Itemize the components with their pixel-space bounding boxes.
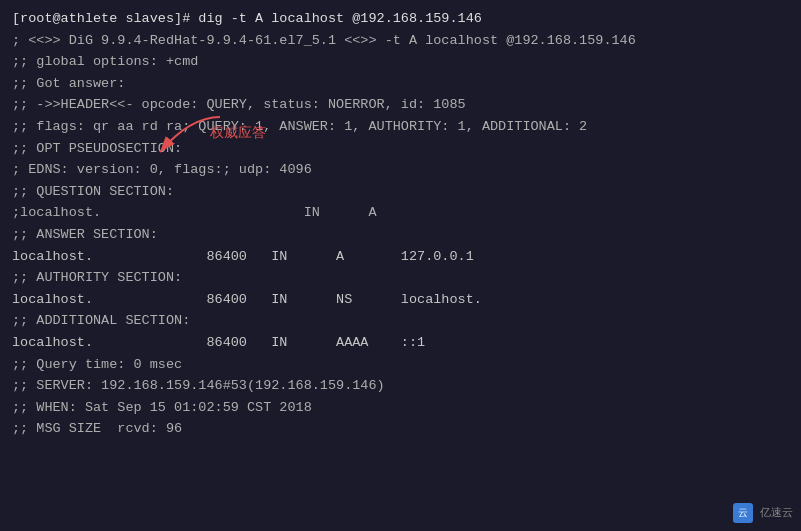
terminal-line-l1: ; <<>> DiG 9.9.4-RedHat-9.9.4-61.el7_5.1… — [12, 30, 789, 52]
terminal-window: [root@athlete slaves]# dig -t A localhos… — [0, 0, 801, 531]
terminal-line-l6: ;; OPT PSEUDOSECTION: — [12, 138, 789, 160]
terminal-line-prompt: [root@athlete slaves]# dig -t A localhos… — [12, 8, 789, 30]
terminal-line-l13: localhost. 86400 IN NS localhost. — [12, 289, 789, 311]
watermark-text: 亿速云 — [760, 506, 793, 518]
terminal-line-l14: ;; ADDITIONAL SECTION: — [12, 310, 789, 332]
terminal-line-l19: ;; MSG SIZE rcvd: 96 — [12, 418, 789, 440]
terminal-line-l8: ;; QUESTION SECTION: — [12, 181, 789, 203]
watermark: 云 亿速云 — [733, 503, 793, 523]
terminal-output: [root@athlete slaves]# dig -t A localhos… — [12, 8, 789, 440]
terminal-line-l12: ;; AUTHORITY SECTION: — [12, 267, 789, 289]
terminal-line-l7: ; EDNS: version: 0, flags:; udp: 4096 — [12, 159, 789, 181]
terminal-line-l15: localhost. 86400 IN AAAA ::1 — [12, 332, 789, 354]
terminal-line-l18: ;; WHEN: Sat Sep 15 01:02:59 CST 2018 — [12, 397, 789, 419]
terminal-line-l16: ;; Query time: 0 msec — [12, 354, 789, 376]
terminal-line-l5: ;; flags: qr aa rd ra; QUERY: 1, ANSWER:… — [12, 116, 789, 138]
terminal-line-l11: localhost. 86400 IN A 127.0.0.1 — [12, 246, 789, 268]
watermark-icon: 云 — [733, 503, 753, 523]
terminal-line-l10: ;; ANSWER SECTION: — [12, 224, 789, 246]
terminal-line-l17: ;; SERVER: 192.168.159.146#53(192.168.15… — [12, 375, 789, 397]
terminal-line-l9: ;localhost. IN A — [12, 202, 789, 224]
terminal-line-l3: ;; Got answer: — [12, 73, 789, 95]
terminal-line-l4: ;; ->>HEADER<<- opcode: QUERY, status: N… — [12, 94, 789, 116]
terminal-line-l2: ;; global options: +cmd — [12, 51, 789, 73]
